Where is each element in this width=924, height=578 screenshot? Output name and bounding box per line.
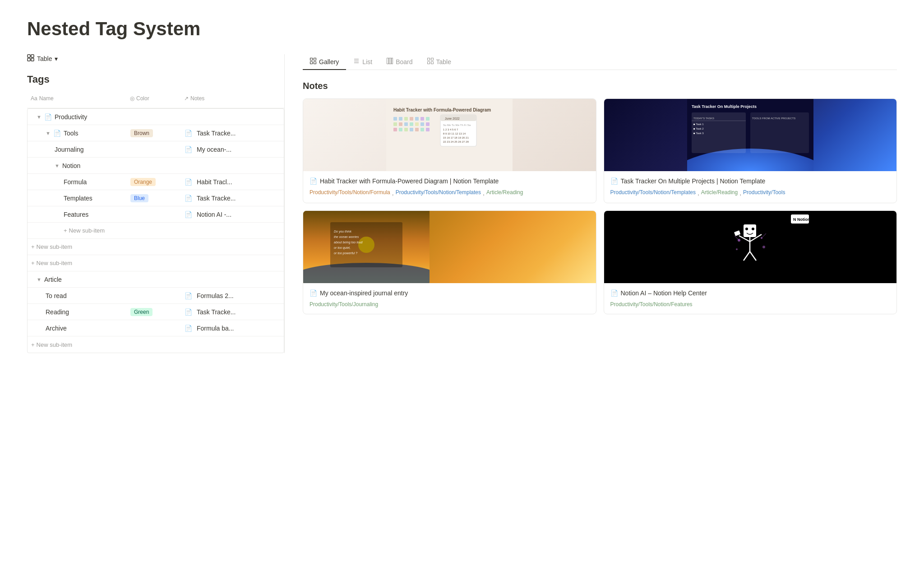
svg-text:Do you think: Do you think — [334, 230, 351, 233]
card-title: 📄 My ocean-inspired journal entry — [310, 289, 590, 297]
new-sub-label: New sub-item — [37, 243, 72, 250]
plus-icon: + — [31, 243, 35, 250]
svg-rect-21 — [399, 117, 402, 121]
notes-text: Notion AI -... — [197, 211, 231, 218]
tab-list[interactable]: List — [346, 54, 379, 70]
svg-rect-15 — [431, 58, 433, 61]
name-header-label: Name — [39, 95, 54, 102]
svg-rect-54 — [692, 121, 746, 121]
new-sub-label: New sub-item — [37, 341, 72, 348]
card-task-tracker[interactable]: Task Tracker On Multiple Projects TODAY'… — [604, 98, 897, 203]
new-sub-item[interactable]: + New sub-item — [28, 241, 127, 253]
card-title-text: Task Tracker On Multiple Projects | Noti… — [621, 177, 766, 185]
svg-rect-13 — [392, 58, 393, 64]
table-tab-label: Table — [436, 58, 451, 65]
table-row: Features 📄 Notion AI -... — [28, 206, 284, 223]
toggle-icon[interactable]: ▼ — [37, 114, 42, 120]
svg-text:15 16 17 18 19 20 21: 15 16 17 18 19 20 21 — [443, 136, 469, 139]
card-content: 📄 My ocean-inspired journal entry Produc… — [303, 283, 596, 314]
doc-icon: 📄 — [44, 113, 52, 121]
card-tag: Productivity/Tools/Notion/Templates — [396, 189, 481, 196]
card-notion-ai[interactable]: N Notion — [604, 210, 897, 314]
to-read-name[interactable]: To read — [28, 289, 127, 302]
templates-color: Blue — [127, 191, 181, 205]
doc-icon: 📄 — [610, 177, 618, 185]
svg-rect-5 — [314, 58, 316, 61]
toggle-icon[interactable]: ▼ — [46, 131, 51, 136]
table-view-selector[interactable]: Table ▾ — [27, 54, 284, 63]
table-header: Aa Name ◎ Color ↗ Notes — [27, 93, 284, 108]
color-header-icon: ◎ — [130, 95, 134, 102]
svg-text:N Notion: N Notion — [793, 217, 810, 222]
table-row: + New sub-item — [28, 223, 284, 239]
notion-name[interactable]: ▼ Notion — [28, 159, 127, 172]
archive-name[interactable]: Archive — [28, 322, 127, 335]
card-tag: Productivity/Tools/Notion/Formula — [310, 189, 390, 196]
svg-text:Habit Tracker with Formula-Pow: Habit Tracker with Formula-Powered Diagr… — [393, 107, 491, 112]
chevron-down-icon: ▾ — [55, 55, 58, 62]
svg-rect-16 — [427, 62, 430, 64]
svg-rect-17 — [431, 62, 433, 64]
svg-text:the ocean worries: the ocean worries — [334, 235, 359, 238]
left-panel: Table ▾ Tags Aa Name ◎ Color ↗ Notes — [27, 54, 284, 353]
tab-gallery[interactable]: Gallery — [303, 54, 346, 70]
table-row: To read 📄 Formulas 2... — [28, 288, 284, 304]
tab-board[interactable]: Board — [379, 54, 420, 70]
card-image: N Notion — [604, 211, 897, 283]
toggle-icon[interactable]: ▼ — [37, 277, 42, 282]
new-sub-item[interactable]: + New sub-item — [28, 224, 127, 237]
svg-text:or too powerful ?: or too powerful ? — [334, 252, 357, 255]
svg-rect-14 — [427, 58, 430, 61]
plus-icon: + — [31, 260, 35, 266]
row-label: Reading — [46, 308, 69, 316]
gallery-grid: Habit Tracker with Formula-Powered Diagr… — [303, 98, 897, 314]
table-icon — [27, 54, 34, 63]
svg-point-73 — [745, 228, 748, 230]
card-tag: Productivity/Tools/Notion/Templates — [610, 189, 696, 196]
svg-rect-35 — [399, 128, 402, 131]
svg-rect-29 — [404, 122, 408, 126]
journaling-name[interactable]: Journaling — [28, 143, 127, 156]
notion-color — [127, 163, 181, 168]
table-row: ▼ 📄 Productivity — [28, 109, 284, 125]
tab-table[interactable]: Table — [420, 54, 458, 70]
features-name[interactable]: Features — [28, 208, 127, 221]
tools-name[interactable]: ▼ 📄 Tools — [28, 127, 127, 140]
doc-icon: 📄 — [185, 308, 192, 316]
table-row: + New sub-item — [28, 239, 284, 255]
card-habit-tracker[interactable]: Habit Tracker with Formula-Powered Diagr… — [303, 98, 596, 203]
toggle-icon[interactable]: ▼ — [55, 163, 60, 168]
new-sub-item[interactable]: + New sub-item — [28, 257, 127, 269]
features-color — [127, 212, 181, 217]
svg-rect-26 — [426, 117, 430, 121]
productivity-name[interactable]: ▼ 📄 Productivity — [28, 111, 127, 123]
row-label: Templates — [64, 195, 92, 202]
new-sub-item[interactable]: + New sub-item — [28, 339, 127, 351]
tools-notes: 📄 Task Tracke... — [181, 127, 284, 140]
productivity-notes — [181, 114, 284, 120]
svg-point-74 — [752, 228, 754, 230]
journaling-notes: 📄 My ocean-... — [181, 143, 284, 156]
table-tab-icon — [427, 58, 434, 65]
list-tab-label: List — [362, 58, 372, 65]
article-name[interactable]: ▼ Article — [28, 273, 127, 286]
doc-icon: 📄 — [185, 325, 192, 332]
svg-rect-1 — [31, 55, 34, 57]
templates-notes: 📄 Task Tracke... — [181, 192, 284, 205]
plus-icon: + — [31, 341, 35, 348]
svg-text:TOOLS FROM ACTIVE PROJECTS: TOOLS FROM ACTIVE PROJECTS — [752, 117, 795, 120]
card-journal[interactable]: Do you think the ocean worries about bei… — [303, 210, 596, 314]
article-color — [127, 277, 181, 282]
archive-notes: 📄 Formula ba... — [181, 322, 284, 335]
tools-color: Brown — [127, 126, 181, 140]
card-title: 📄 Task Tracker On Multiple Projects | No… — [610, 177, 891, 185]
svg-text:TODAY'S TASKS: TODAY'S TASKS — [693, 117, 714, 120]
svg-rect-32 — [420, 122, 424, 126]
templates-name[interactable]: Templates — [28, 192, 127, 205]
card-title-text: Notion AI – Notion Help Center — [621, 289, 707, 297]
table-row: Templates Blue 📄 Task Tracke... — [28, 190, 284, 206]
card-tags: Productivity/Tools/Notion/Features — [610, 301, 891, 308]
formula-name[interactable]: Formula — [28, 176, 127, 188]
reading-name[interactable]: Reading — [28, 306, 127, 318]
notes-header-icon: ↗ — [184, 95, 189, 102]
